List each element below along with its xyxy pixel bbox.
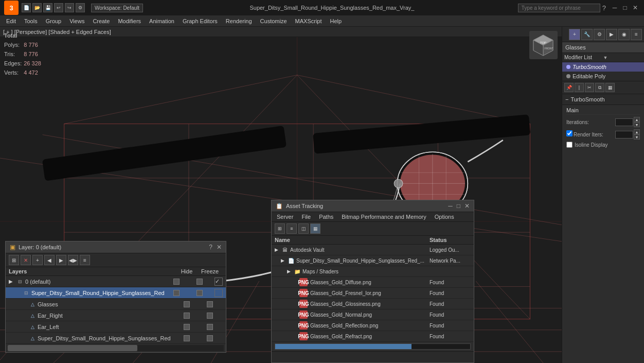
settings-button[interactable]: ⚙ [76, 3, 85, 12]
asset-menu-file[interactable]: File [298, 213, 314, 221]
iterations-up[interactable]: ▲ [634, 117, 640, 122]
menu-tools[interactable]: Tools [20, 17, 42, 25]
list-item[interactable]: △ Ear_Right [6, 310, 226, 321]
save-button[interactable]: 💾 [43, 3, 52, 12]
modifier-turbosmooth[interactable]: TurboSmooth [562, 62, 644, 72]
freeze-toggle[interactable] [207, 301, 213, 307]
list-item[interactable]: △ Ear_Left [6, 321, 226, 333]
layer-close-button[interactable]: ✕ [217, 244, 222, 251]
asset-expand-icon[interactable]: ▶ [281, 258, 287, 263]
iterations-down[interactable]: ▼ [634, 122, 640, 127]
asset-tool-b[interactable]: ≡ [287, 223, 297, 234]
undo-button[interactable]: ↩ [54, 3, 63, 12]
panel-mode-create[interactable]: + [569, 29, 580, 40]
list-item[interactable]: △ Glasses [6, 299, 226, 310]
hide-toggle[interactable] [184, 335, 190, 341]
freeze-toggle[interactable] [196, 279, 203, 285]
asset-expand-icon[interactable]: ▶ [287, 269, 293, 274]
asset-menu-paths[interactable]: Paths [316, 213, 336, 221]
maximize-button[interactable]: □ [620, 3, 630, 12]
list-item[interactable]: ▶ 📄 Super_Ditsy_Small_Round_Hippie_Sungl… [272, 255, 474, 266]
freeze-toggle[interactable] [207, 335, 213, 341]
list-item[interactable]: PNG Glasses_Gold_Normal.png Found [272, 309, 474, 320]
menu-views[interactable]: Views [65, 17, 88, 25]
new-button[interactable]: 📄 [22, 3, 31, 12]
list-item[interactable]: PNG Glasses_Gold_Diffuse.png Found [272, 277, 474, 288]
workspace-selector[interactable]: Workspace: Default [91, 4, 143, 12]
menu-group[interactable]: Group [42, 17, 66, 25]
menu-help[interactable]: Help [326, 17, 346, 25]
list-item[interactable]: PNG Glasses_Gold_Reflection.png Found [272, 320, 474, 331]
panel-mode-display[interactable]: ◉ [618, 29, 630, 40]
close-button[interactable]: ✕ [631, 3, 640, 12]
help-icon[interactable]: ? [602, 4, 606, 12]
asset-menu-bitmap[interactable]: Bitmap Performance and Memory [338, 213, 429, 221]
asset-expand-icon[interactable]: ▶ [275, 247, 281, 252]
menu-animation[interactable]: Animation [145, 17, 178, 25]
layer-tool-d[interactable]: ≡ [80, 255, 90, 265]
freeze-toggle[interactable] [196, 290, 203, 296]
hide-toggle[interactable] [184, 324, 190, 330]
mod-tool-pipe[interactable]: | [575, 83, 584, 92]
hide-toggle[interactable] [184, 313, 190, 319]
list-item[interactable]: ▶ ⊟ 0 (default) ✓ [6, 276, 226, 287]
isoline-checkbox[interactable] [566, 142, 573, 148]
layer-tool-add[interactable]: + [32, 255, 43, 265]
list-item[interactable]: PNG Glasses_Gold_Glossiness.png Found [272, 299, 474, 309]
panel-mode-motion[interactable]: ▶ [606, 29, 617, 40]
panel-mode-modify[interactable]: 🔧 [581, 29, 593, 40]
turbosmooth-minus[interactable]: − [565, 96, 568, 102]
render-iters-checkbox[interactable] [566, 130, 573, 136]
asset-menu-options[interactable]: Options [432, 213, 457, 221]
mod-tool-grid[interactable]: ▦ [605, 83, 615, 92]
menu-customize[interactable]: Customize [256, 17, 291, 25]
asset-tool-c[interactable]: ◫ [298, 223, 309, 234]
asset-minimize-button[interactable]: ─ [448, 202, 453, 210]
open-button[interactable]: 📂 [32, 3, 42, 12]
list-item[interactable]: ▶ 📁 Maps / Shaders [272, 266, 474, 277]
render-iters-up[interactable]: ▲ [634, 129, 640, 134]
panel-mode-hierarchy[interactable]: ⚙ [594, 29, 605, 40]
viewport-cube[interactable]: TOP FRONT [529, 31, 558, 60]
asset-tool-grid[interactable]: ▦ [310, 223, 320, 234]
asset-menu-server[interactable]: Server [274, 213, 296, 221]
layer-tool-c[interactable]: ◀▶ [68, 255, 78, 265]
search-input[interactable] [518, 4, 600, 12]
layer-scrollbar-thumb[interactable] [8, 345, 137, 351]
expand-icon[interactable]: ▶ [9, 279, 16, 284]
layer-tool-filter[interactable]: ⊞ [9, 255, 19, 265]
panel-mode-utilities[interactable]: ≡ [631, 29, 642, 40]
render-iters-input[interactable]: 2 [615, 131, 633, 139]
modifier-list-dropdown[interactable]: Modifier List ▼ [562, 53, 644, 62]
list-item[interactable]: △ Super_Ditsy_Small_Round_Hippie_Sunglas… [6, 333, 226, 344]
modifier-editable-poly[interactable]: Editable Poly [562, 72, 644, 81]
menu-maxscript[interactable]: MAXScript [291, 17, 326, 25]
menu-graph-editors[interactable]: Graph Editors [178, 17, 222, 25]
freeze-toggle[interactable] [207, 313, 213, 319]
menu-edit[interactable]: Edit [2, 17, 20, 25]
layer-tool-delete[interactable]: ✕ [21, 255, 31, 265]
list-item[interactable]: ▶ 🏛 Autodesk Vault Logged Ou... [272, 245, 474, 255]
hide-toggle[interactable] [173, 290, 180, 296]
hide-toggle[interactable] [184, 301, 190, 307]
asset-tool-a[interactable]: ⊞ [275, 223, 285, 234]
minimize-button[interactable]: ─ [610, 3, 619, 12]
mod-tool-copy[interactable]: ⧉ [595, 83, 604, 92]
layer-tool-b[interactable]: ▶ [56, 255, 66, 265]
layer-checkbox[interactable]: ✓ [214, 278, 223, 286]
viewport-area[interactable]: [ + ] [Perspective] [Shaded + Edged Face… [0, 27, 562, 363]
menu-rendering[interactable]: Rendering [222, 17, 256, 25]
render-iters-spinner[interactable]: 2 ▲ ▼ [615, 129, 640, 140]
layer-tool-a[interactable]: ◀ [44, 255, 55, 265]
mod-tool-pin[interactable]: 📌 [564, 83, 574, 92]
mod-tool-scissors[interactable]: ✂ [585, 83, 594, 92]
asset-maximize-button[interactable]: □ [457, 202, 460, 210]
list-item[interactable]: ⊟ Super_Ditsy_Small_Round_Hippie_Sunglas… [6, 287, 226, 299]
menu-create[interactable]: Create [88, 17, 114, 25]
layer-scrollbar[interactable] [8, 345, 224, 351]
layer-checkbox[interactable] [214, 289, 223, 297]
hide-toggle[interactable] [173, 279, 180, 285]
asset-close-button[interactable]: ✕ [464, 202, 470, 210]
menu-modifiers[interactable]: Modifiers [114, 17, 145, 25]
list-item[interactable]: PNG Glasses_Gold_Fresnel_Ior.png Found [272, 288, 474, 299]
